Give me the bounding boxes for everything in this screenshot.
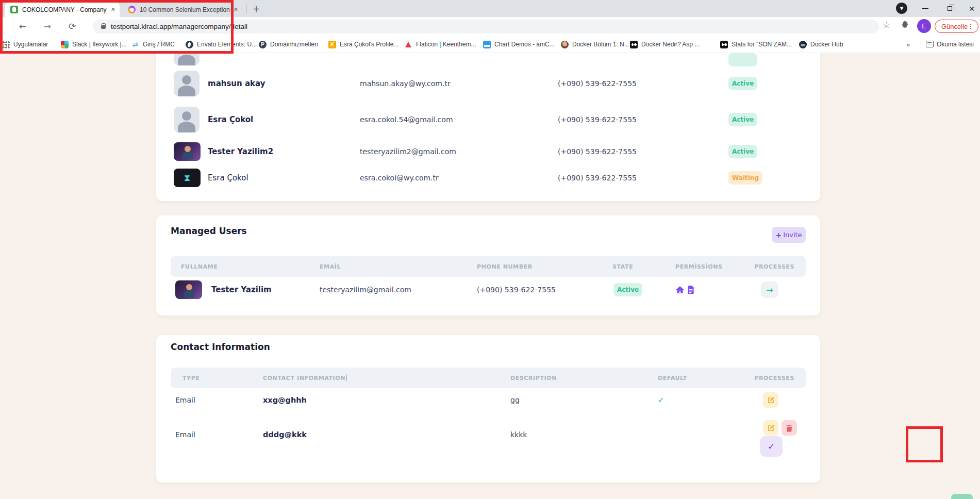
- avatar: [174, 142, 201, 161]
- user-phone: (+090) 539-622-7555: [477, 286, 556, 294]
- profile-avatar[interactable]: E: [917, 19, 931, 33]
- bookmark-item-5[interactable]: P Domainhizmetleri: [259, 40, 318, 49]
- user-phone: (+090) 539-622-7555: [558, 147, 637, 156]
- annotation-box-browser-bar: [0, 0, 234, 54]
- chevron-down-icon: ▼: [900, 6, 904, 11]
- user-phone: (+090) 539-622-7555: [558, 115, 637, 124]
- invite-button[interactable]: + Invite: [772, 227, 806, 243]
- contact-value: dddg@kkk: [263, 430, 307, 439]
- toast-sliver: [951, 494, 973, 499]
- column-header-state: STATE: [612, 263, 633, 270]
- bookmarks-overflow-button[interactable]: »: [906, 41, 910, 48]
- divider: [921, 39, 921, 49]
- contact-description: kkkk: [510, 430, 527, 439]
- trash-icon: [786, 424, 793, 432]
- minimize-button[interactable]: [915, 0, 936, 17]
- contact-type: Email: [175, 430, 195, 439]
- user-phone: (+090) 539-622-7555: [558, 174, 637, 182]
- browser-window: mahsun akay mahsun.akay@wy.com.tr (+090)…: [0, 0, 980, 499]
- user-fullname: Esra Çokol: [208, 173, 248, 182]
- plesk-icon: P: [259, 41, 267, 48]
- status-badge: Active: [728, 113, 757, 126]
- user-fullname: Tester Yazilim: [211, 285, 272, 294]
- chrome-update-button[interactable]: Güncelle ⋮: [935, 20, 978, 33]
- table-row: Tester Yazilim2 testeryazilim2@gmail.com…: [156, 137, 820, 166]
- section-title: Managed Users: [171, 226, 247, 236]
- column-header-default: DEFAULT: [658, 375, 687, 381]
- users-card: mahsun akay mahsun.akay@wy.com.tr (+090)…: [156, 30, 820, 201]
- home-icon: [675, 285, 685, 294]
- bookmark-item-12[interactable]: Docker Hub: [799, 40, 843, 49]
- bookmark-item-10[interactable]: Docker Nedir? Asp ...: [630, 40, 700, 49]
- media-controls-button[interactable]: ▼: [896, 3, 907, 14]
- contact-info-header-row: TYPE CONTACT INFORMATİON DESCRİPTİON DEF…: [171, 368, 806, 388]
- contact-row: Email xxg@ghhh gg ✓: [156, 386, 820, 414]
- extensions-puzzle-button[interactable]: [900, 21, 909, 31]
- column-header-contact-information: CONTACT INFORMATİON: [263, 375, 346, 381]
- column-header-permissions: PERMİSSİONS: [675, 263, 723, 270]
- invite-label: Invite: [783, 231, 802, 239]
- contact-type: Email: [175, 396, 195, 404]
- document-icon: [687, 285, 695, 294]
- video-icon: [630, 41, 638, 48]
- new-tab-button[interactable]: +: [253, 4, 260, 14]
- kebab-menu-icon[interactable]: ⋮: [968, 23, 974, 30]
- column-header-fullname: FULLNAME: [181, 263, 218, 270]
- delete-button[interactable]: [782, 420, 797, 436]
- user-fullname: mahsun akay: [208, 79, 265, 88]
- column-header-email: EMAİL: [320, 263, 341, 270]
- avatar: [174, 71, 200, 96]
- reading-list-label[interactable]: Okuma listesi: [937, 41, 974, 48]
- plus-icon: +: [775, 231, 782, 239]
- column-header-type: TYPE: [182, 375, 200, 381]
- contact-info-card: Contact Information TYPE CONTACT INFORMA…: [156, 335, 820, 483]
- table-row: mahsun akay mahsun.akay@wy.com.tr (+090)…: [156, 69, 820, 98]
- user-fullname: Tester Yazilim2: [208, 147, 273, 156]
- status-badge: Active: [728, 145, 757, 158]
- column-header-processes: PROCESSES: [754, 375, 794, 381]
- bookmark-item-7[interactable]: Flaticon | Keenthem...: [405, 40, 476, 49]
- annotation-box-confirm-button: [906, 426, 943, 462]
- section-title: Contact Information: [171, 342, 270, 352]
- bookmark-item-8[interactable]: Chart Demos - amC...: [483, 40, 555, 49]
- managed-users-card: Managed Users + Invite FULLNAME EMAİL PH…: [156, 215, 820, 315]
- reading-list-icon[interactable]: [926, 41, 934, 47]
- permissions-icons: [675, 285, 695, 294]
- column-header-description: DESCRİPTİON: [510, 375, 557, 381]
- docker-hub-icon: [799, 41, 807, 48]
- close-icon[interactable]: ✕: [234, 6, 238, 13]
- user-email: esra.cokol.54@gmail.com: [360, 115, 453, 124]
- edit-button[interactable]: [763, 392, 778, 408]
- restore-button[interactable]: [939, 0, 960, 17]
- status-badge: Waiting: [728, 171, 762, 185]
- contact-row: Email dddg@kkk kkkk ✓: [156, 420, 820, 449]
- bookmark-star-button[interactable]: ☆: [883, 20, 890, 30]
- contact-description: gg: [510, 396, 520, 404]
- default-check-icon: ✓: [658, 395, 665, 405]
- managed-users-header-row: FULLNAME EMAİL PHONE NUMBER STATE PERMİS…: [171, 256, 806, 277]
- stats-icon: [720, 41, 728, 48]
- bookmark-item-9[interactable]: Docker Bölüm 1: N...: [561, 40, 629, 49]
- text-caret: [346, 375, 346, 381]
- user-email: testeryazilim2@gmail.com: [360, 147, 456, 156]
- bookmark-item-11[interactable]: Stats for "SON ZAM...: [720, 40, 792, 49]
- update-label: Güncelle: [941, 23, 968, 30]
- contact-value: xxg@ghhh: [263, 396, 307, 404]
- status-badge: Active: [613, 283, 642, 296]
- tab-separator: [246, 5, 246, 13]
- amcharts-icon: [483, 41, 491, 48]
- bookmark-item-6[interactable]: K Esra Çokol's Profile...: [328, 40, 398, 49]
- close-icon: ✕: [969, 5, 975, 13]
- flaticon-icon: [405, 41, 412, 48]
- user-email: esra.cokol@wy.com.tr: [360, 174, 439, 182]
- avatar: [175, 280, 202, 299]
- open-user-detail-button[interactable]: →: [761, 281, 778, 298]
- managed-user-row: Tester Yazilim testeryazilim@gmail.com (…: [156, 275, 820, 304]
- edit-button[interactable]: [763, 420, 778, 436]
- status-badge: [728, 53, 757, 66]
- confirm-button[interactable]: ✓: [760, 436, 783, 457]
- close-window-button[interactable]: ✕: [961, 0, 980, 17]
- avatar: [174, 107, 200, 132]
- table-row: Esra Çokol esra.cokol.54@gmail.com (+090…: [156, 105, 820, 134]
- restore-icon: [948, 6, 952, 11]
